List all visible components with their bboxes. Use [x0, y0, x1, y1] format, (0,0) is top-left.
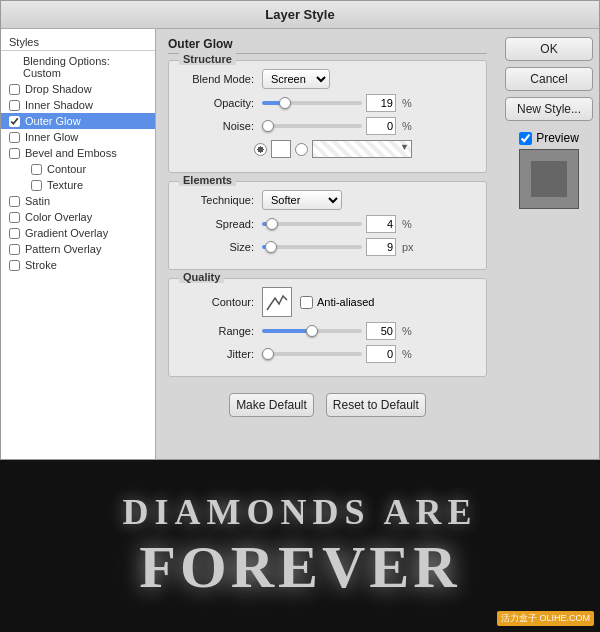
size-value: 9 [366, 238, 396, 256]
color-radio-solid[interactable] [254, 143, 267, 156]
jitter-row: Jitter: 0 % [179, 345, 476, 363]
canvas-line1: DIAMONDS ARE [122, 491, 477, 533]
jitter-label: Jitter: [179, 348, 254, 360]
blend-mode-label: Blend Mode: [179, 73, 254, 85]
quality-title: Quality [179, 271, 224, 283]
inner-shadow-checkbox[interactable] [9, 100, 20, 111]
sidebar-label-inner-shadow: Inner Shadow [25, 99, 93, 111]
sidebar-styles-label: Styles [1, 33, 155, 51]
sidebar-item-stroke[interactable]: Stroke [1, 257, 155, 273]
size-row: Size: 9 px [179, 238, 476, 256]
diamonds-text: DIAMONDS ARE FOREVER [122, 491, 477, 602]
range-unit: % [402, 325, 412, 337]
preview-checkbox[interactable] [519, 132, 532, 145]
color-picker-row [254, 140, 476, 158]
inner-glow-checkbox[interactable] [9, 132, 20, 143]
preview-inner [531, 161, 567, 197]
texture-sub-checkbox[interactable] [31, 180, 42, 191]
spread-slider[interactable] [262, 222, 362, 226]
preview-checkbox-row: Preview [519, 131, 579, 145]
sidebar-label-inner-glow: Inner Glow [25, 131, 78, 143]
canvas-line2: FOREVER [122, 533, 477, 602]
stroke-checkbox[interactable] [9, 260, 20, 271]
sidebar-label-bevel-emboss: Bevel and Emboss [25, 147, 117, 159]
blend-mode-row: Blend Mode: Screen Normal Multiply Overl… [179, 69, 476, 89]
pattern-overlay-checkbox[interactable] [9, 244, 20, 255]
drop-shadow-checkbox[interactable] [9, 84, 20, 95]
size-label: Size: [179, 241, 254, 253]
sidebar-item-contour[interactable]: Contour [1, 161, 155, 177]
cancel-button[interactable]: Cancel [505, 67, 593, 91]
technique-row: Technique: Softer Precise [179, 190, 476, 210]
noise-slider[interactable] [262, 124, 362, 128]
contour-label: Contour: [179, 296, 254, 308]
new-style-button[interactable]: New Style... [505, 97, 593, 121]
contour-svg [265, 290, 289, 314]
ok-button[interactable]: OK [505, 37, 593, 61]
opacity-slider[interactable] [262, 101, 362, 105]
sidebar-label-outer-glow: Outer Glow [25, 115, 81, 127]
structure-title: Structure [179, 53, 236, 65]
sidebar: Styles Blending Options: Custom Drop Sha… [1, 29, 156, 459]
jitter-value: 0 [366, 345, 396, 363]
noise-label: Noise: [179, 120, 254, 132]
spread-row: Spread: 4 % [179, 215, 476, 233]
structure-section: Structure Blend Mode: Screen Normal Mult… [168, 60, 487, 173]
range-slider[interactable] [262, 329, 362, 333]
elements-title: Elements [179, 174, 236, 186]
sidebar-label-satin: Satin [25, 195, 50, 207]
sidebar-item-pattern-overlay[interactable]: Pattern Overlay [1, 241, 155, 257]
outer-glow-checkbox[interactable] [9, 116, 20, 127]
bottom-buttons: Make Default Reset to Default [168, 385, 487, 421]
jitter-slider[interactable] [262, 352, 362, 356]
color-gradient-swatch[interactable] [312, 140, 412, 158]
contour-thumbnail[interactable] [262, 287, 292, 317]
sidebar-item-gradient-overlay[interactable]: Gradient Overlay [1, 225, 155, 241]
noise-row: Noise: 0 % [179, 117, 476, 135]
reset-default-button[interactable]: Reset to Default [326, 393, 426, 417]
sidebar-item-bevel-emboss[interactable]: Bevel and Emboss [1, 145, 155, 161]
opacity-value: 19 [366, 94, 396, 112]
layer-style-dialog: Layer Style Styles Blending Options: Cus… [0, 0, 600, 460]
make-default-button[interactable]: Make Default [229, 393, 314, 417]
sidebar-item-satin[interactable]: Satin [1, 193, 155, 209]
satin-checkbox[interactable] [9, 196, 20, 207]
antialias-checkbox[interactable] [300, 296, 313, 309]
technique-select[interactable]: Softer Precise [262, 190, 342, 210]
sidebar-label-drop-shadow: Drop Shadow [25, 83, 92, 95]
elements-section: Elements Technique: Softer Precise Sprea… [168, 181, 487, 270]
size-slider[interactable] [262, 245, 362, 249]
watermark-text: 活力盒子 [501, 613, 537, 623]
technique-label: Technique: [179, 194, 254, 206]
blend-mode-select[interactable]: Screen Normal Multiply Overlay [262, 69, 330, 89]
buttons-panel: OK Cancel New Style... Preview [499, 29, 599, 459]
sidebar-label-pattern-overlay: Pattern Overlay [25, 243, 101, 255]
contour-sub-checkbox[interactable] [31, 164, 42, 175]
sidebar-item-outer-glow[interactable]: Outer Glow [1, 113, 155, 129]
color-overlay-checkbox[interactable] [9, 212, 20, 223]
watermark-url: OLIHE.COM [539, 613, 590, 623]
sidebar-item-drop-shadow[interactable]: Drop Shadow [1, 81, 155, 97]
sidebar-item-inner-glow[interactable]: Inner Glow [1, 129, 155, 145]
quality-section: Quality Contour: Anti-aliased [168, 278, 487, 377]
sidebar-item-texture[interactable]: Texture [1, 177, 155, 193]
sidebar-item-blending[interactable]: Blending Options: Custom [1, 53, 155, 81]
antialias-row: Anti-aliased [300, 296, 374, 309]
size-unit: px [402, 241, 414, 253]
gradient-overlay-checkbox[interactable] [9, 228, 20, 239]
sidebar-item-color-overlay[interactable]: Color Overlay [1, 209, 155, 225]
antialias-label: Anti-aliased [317, 296, 374, 308]
sidebar-item-inner-shadow[interactable]: Inner Shadow [1, 97, 155, 113]
dialog-title: Layer Style [1, 1, 599, 29]
canvas-area: DIAMONDS ARE FOREVER 活力盒子 OLIHE.COM [0, 460, 600, 632]
outer-glow-header: Outer Glow [168, 37, 487, 54]
color-swatch-white[interactable] [271, 140, 291, 158]
color-radio-gradient[interactable] [295, 143, 308, 156]
noise-unit: % [402, 120, 412, 132]
opacity-unit: % [402, 97, 412, 109]
sidebar-label-color-overlay: Color Overlay [25, 211, 92, 223]
bevel-emboss-checkbox[interactable] [9, 148, 20, 159]
opacity-row: Opacity: 19 % [179, 94, 476, 112]
sidebar-label-stroke: Stroke [25, 259, 57, 271]
jitter-unit: % [402, 348, 412, 360]
